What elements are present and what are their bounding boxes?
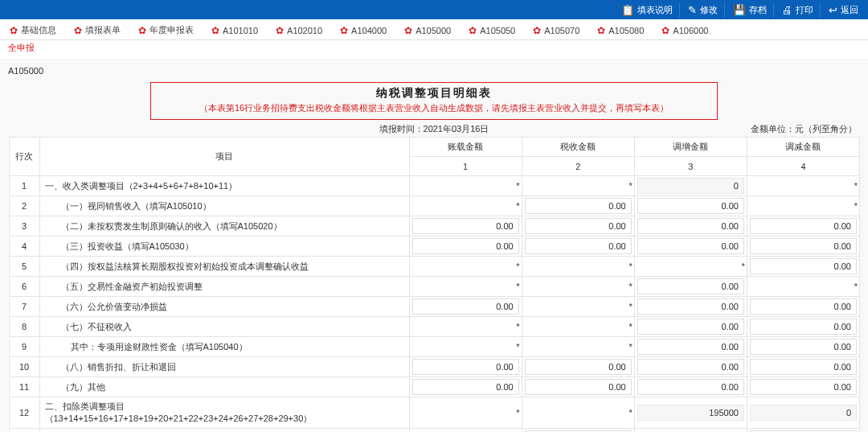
value-cell: 0.00 bbox=[747, 377, 859, 397]
amount-input[interactable]: 0.00 bbox=[637, 359, 744, 375]
tab-年度申报表[interactable]: ✿年度申报表 bbox=[133, 21, 205, 39]
amount-input[interactable]: 0.00 bbox=[525, 379, 632, 395]
value-cell: 0.00 bbox=[634, 237, 747, 257]
tab-label: A102010 bbox=[287, 26, 322, 35]
toolbar-修改[interactable]: ✎修改 bbox=[682, 2, 725, 18]
amount-input[interactable]: 0 bbox=[637, 178, 744, 194]
amount-input[interactable]: 0.00 bbox=[412, 298, 519, 315]
value-cell: 0.00 bbox=[522, 237, 634, 257]
amount-input[interactable]: 195000 bbox=[637, 405, 744, 421]
tab-基础信息[interactable]: ✿基础信息 bbox=[5, 21, 68, 39]
amount-input[interactable]: 0.00 bbox=[750, 319, 857, 335]
toolbar-填表说明[interactable]: 📋填表说明 bbox=[615, 2, 680, 18]
value-cell: 195000 bbox=[634, 397, 747, 429]
tab-marker-icon: ✿ bbox=[597, 26, 605, 35]
value-cell: * bbox=[409, 277, 522, 297]
tab-A105000[interactable]: ✿A105000 bbox=[399, 23, 462, 39]
返回-icon: ↩ bbox=[829, 4, 837, 16]
value-cell: * bbox=[747, 176, 859, 196]
value-cell: * bbox=[747, 277, 859, 297]
value-cell: 0.00 bbox=[409, 297, 522, 317]
amount-input[interactable]: 0.00 bbox=[750, 379, 857, 395]
amount-input[interactable]: 0.00 bbox=[637, 278, 744, 294]
tab-marker-icon: ✿ bbox=[533, 26, 541, 35]
value-cell: 0.00 bbox=[747, 337, 859, 357]
value-cell: * bbox=[522, 317, 634, 337]
value-cell: 0.00 bbox=[634, 317, 747, 337]
th-item: 项目 bbox=[39, 138, 409, 176]
tab-A105070[interactable]: ✿A105070 bbox=[528, 23, 591, 39]
tab-A104000[interactable]: ✿A104000 bbox=[335, 23, 398, 39]
amount-input[interactable]: 0.00 bbox=[525, 238, 632, 254]
amount-input[interactable]: 0.00 bbox=[637, 198, 744, 214]
tab-marker-icon: ✿ bbox=[138, 26, 146, 35]
table-row: 12二、扣除类调整项目 （13+14+15+16+17+18+19+20+21+… bbox=[9, 397, 860, 429]
row-item: （六）公允价值变动净损益 bbox=[39, 297, 409, 317]
table-row: 5（四）按权益法核算长期股权投资对初始投资成本调整确认收益***0.00 bbox=[9, 257, 860, 277]
tab-填报表单[interactable]: ✿填报表单 bbox=[69, 21, 132, 39]
tab-label: 基础信息 bbox=[21, 24, 56, 36]
tab-A105050[interactable]: ✿A105050 bbox=[464, 23, 526, 39]
value-cell: 0 bbox=[634, 176, 747, 196]
row-number: 9 bbox=[9, 337, 39, 357]
tab-A101010[interactable]: ✿A101010 bbox=[207, 23, 269, 39]
amount-input[interactable]: 0.00 bbox=[750, 359, 857, 375]
report-date: 填报时间：2021年03月16日 bbox=[379, 124, 489, 134]
amount-input[interactable]: 0.00 bbox=[412, 238, 519, 254]
tab-marker-icon: ✿ bbox=[469, 26, 477, 35]
value-cell: 0.00 bbox=[634, 277, 747, 297]
amount-input[interactable]: 0.00 bbox=[412, 218, 519, 234]
row-number: 2 bbox=[9, 196, 39, 216]
tab-marker-icon: ✿ bbox=[340, 26, 348, 35]
amount-input[interactable]: 0.00 bbox=[750, 339, 857, 355]
row-item: （一）视同销售收入（填写A105010） bbox=[39, 196, 409, 216]
toolbar-返回[interactable]: ↩返回 bbox=[822, 2, 865, 18]
value-cell: 0.00 bbox=[747, 216, 859, 237]
tab-label: A105050 bbox=[480, 26, 515, 35]
amount-input[interactable]: 0.00 bbox=[637, 298, 744, 315]
amount-input[interactable]: 0.00 bbox=[412, 379, 519, 395]
value-cell: * bbox=[522, 176, 634, 196]
row-item: （一）视同销售成本（填写A105010） bbox=[39, 429, 409, 433]
amount-input[interactable]: 0.00 bbox=[637, 218, 744, 234]
table-row: 4（三）投资收益（填写A105030）0.000.000.000.00 bbox=[9, 237, 860, 257]
value-cell: 0.00 bbox=[634, 297, 747, 317]
amount-input[interactable]: 0.00 bbox=[750, 258, 857, 274]
row-number: 1 bbox=[9, 176, 39, 196]
title-note: （本表第16行业务招待费支出税收金额将根据主表营业收入自动生成数据，请先填报主表… bbox=[199, 102, 669, 114]
amount-input[interactable]: 0.00 bbox=[525, 198, 632, 214]
amount-input[interactable]: 0 bbox=[750, 405, 857, 421]
amount-input[interactable]: 0.00 bbox=[412, 359, 519, 375]
content-area: A105000 纳税调整项目明细表 （本表第16行业务招待费支出税收金额将根据主… bbox=[0, 60, 868, 432]
row-number: 5 bbox=[9, 257, 39, 277]
tab-label: A101010 bbox=[223, 26, 258, 35]
row-item: （四）按权益法核算长期股权投资对初始投资成本调整确认收益 bbox=[39, 257, 409, 277]
amount-input[interactable]: 0.00 bbox=[637, 379, 744, 395]
amount-input[interactable]: 0.00 bbox=[750, 298, 857, 315]
th-c4: 调减金额 bbox=[747, 138, 859, 157]
amount-input[interactable]: 0.00 bbox=[750, 238, 857, 254]
toolbar-label: 存档 bbox=[749, 4, 767, 16]
amount-input[interactable]: 0.00 bbox=[525, 218, 632, 234]
toolbar-label: 填表说明 bbox=[637, 4, 673, 16]
tab-A102010[interactable]: ✿A102010 bbox=[271, 23, 334, 39]
row-number: 6 bbox=[9, 277, 39, 297]
amount-input[interactable]: 0.00 bbox=[637, 238, 744, 254]
toolbar-打印[interactable]: 🖨打印 bbox=[776, 2, 821, 18]
tab-A105080[interactable]: ✿A105080 bbox=[592, 23, 655, 39]
amount-input[interactable]: 0.00 bbox=[637, 319, 744, 335]
toolbar-存档[interactable]: 💾存档 bbox=[727, 2, 774, 18]
amount-input[interactable]: 0.00 bbox=[637, 339, 744, 355]
sub-bar-label[interactable]: 全申报 bbox=[8, 43, 35, 52]
table-row: 9其中：专项用途财政性资金（填写A105040）**0.000.00 bbox=[9, 337, 860, 357]
value-cell: * bbox=[409, 196, 522, 216]
table-row: 10（八）销售折扣、折让和退回0.000.000.000.00 bbox=[9, 357, 860, 377]
row-item: （八）销售折扣、折让和退回 bbox=[39, 357, 409, 377]
row-number: 10 bbox=[9, 357, 39, 377]
amount-input[interactable]: 0.00 bbox=[750, 218, 857, 234]
tab-A106000[interactable]: ✿A106000 bbox=[657, 23, 719, 39]
tab-marker-icon: ✿ bbox=[661, 26, 669, 35]
row-number: 12 bbox=[9, 397, 39, 429]
toolbar-label: 返回 bbox=[841, 4, 858, 16]
amount-input[interactable]: 0.00 bbox=[525, 359, 632, 375]
